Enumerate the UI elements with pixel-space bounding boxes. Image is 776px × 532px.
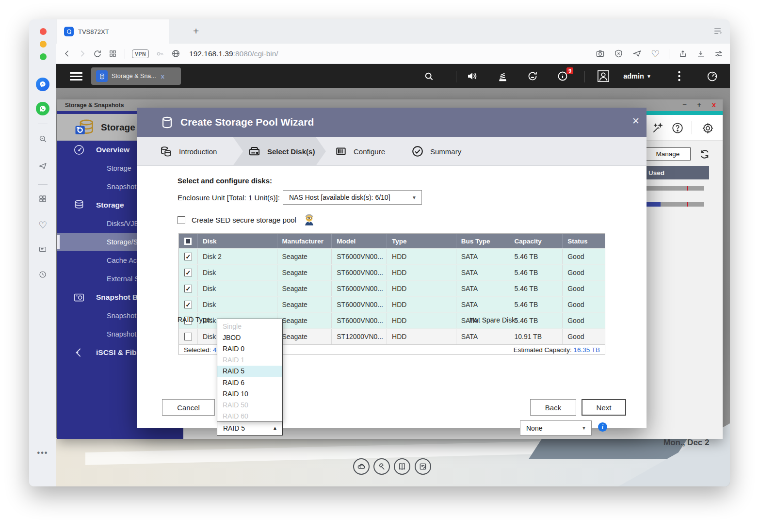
window-close-button[interactable]: x xyxy=(712,100,716,109)
step-select-disks[interactable]: Select Disk(s) xyxy=(248,137,315,166)
restart-icon[interactable] xyxy=(522,64,543,88)
raid-option-raid-10[interactable]: RAID 10 xyxy=(217,388,282,399)
refresh-icon[interactable] xyxy=(698,148,711,161)
enclosure-value: NAS Host [available disk(s): 6/10] xyxy=(289,193,390,201)
settings-sliders-icon[interactable] xyxy=(714,49,723,58)
cell-capacity: 5.46 TB xyxy=(509,265,562,280)
browser-tab-bar: TVS872XT + xyxy=(56,19,730,44)
row-checkbox[interactable] xyxy=(184,301,192,308)
selected-count: 4 xyxy=(213,346,217,354)
forward-icon[interactable] xyxy=(78,49,86,58)
volume-icon[interactable] xyxy=(461,64,483,88)
browser-tab[interactable]: TVS872XT xyxy=(57,19,169,44)
news-icon[interactable] xyxy=(36,242,49,256)
select-all-checkbox[interactable] xyxy=(179,234,197,248)
info-icon[interactable]: i xyxy=(598,422,607,432)
raid-option-raid-6[interactable]: RAID 6 xyxy=(217,377,282,388)
whatsapp-icon[interactable] xyxy=(36,102,49,115)
manage-button[interactable]: Manage xyxy=(645,147,691,161)
close-icon[interactable]: ✕ xyxy=(632,115,640,127)
url-text[interactable]: 192.168.1.39:8080/cgi-bin/ xyxy=(189,49,278,58)
background-tasks-icon[interactable] xyxy=(492,64,513,88)
messenger-icon[interactable] xyxy=(36,78,49,91)
search-icon[interactable] xyxy=(36,132,49,145)
browser-window: ♡ ••• TVS872XT + xyxy=(29,19,730,486)
share-send-icon[interactable] xyxy=(632,49,642,58)
user-avatar-icon[interactable] xyxy=(594,64,613,88)
gear-icon[interactable] xyxy=(701,122,714,135)
cancel-button[interactable]: Cancel xyxy=(162,399,215,416)
close-app-tab-icon[interactable]: x xyxy=(161,73,164,80)
help-icon[interactable] xyxy=(671,122,684,134)
column-header[interactable]: Model xyxy=(331,234,387,248)
raid-option-raid-0[interactable]: RAID 0 xyxy=(217,343,282,354)
traffic-light-close[interactable] xyxy=(40,28,47,35)
cell-disk: Disk xyxy=(197,297,277,312)
send-icon[interactable] xyxy=(36,159,49,173)
column-header[interactable]: Disk xyxy=(197,234,277,248)
notes-shortcut-icon[interactable] xyxy=(415,458,431,475)
more-menu-icon[interactable] xyxy=(671,64,687,88)
more-options-icon[interactable]: ••• xyxy=(36,446,49,460)
raid-option-raid-1: RAID 1 xyxy=(217,355,282,366)
upload-share-icon[interactable] xyxy=(679,49,687,58)
adblock-shield-icon[interactable] xyxy=(614,49,623,58)
download-icon[interactable] xyxy=(696,49,705,58)
new-tab-button[interactable]: + xyxy=(193,25,199,37)
notification-badge: 9 xyxy=(566,67,573,74)
history-clock-icon[interactable] xyxy=(36,268,49,281)
screen: ♡ ••• TVS872XT + xyxy=(0,0,776,532)
traffic-light-zoom[interactable] xyxy=(40,53,47,60)
window-minimize-button[interactable]: − xyxy=(682,100,687,109)
column-header[interactable]: Capacity xyxy=(509,234,562,248)
reload-icon[interactable] xyxy=(93,49,102,58)
sed-checkbox[interactable] xyxy=(178,216,185,224)
cloud-shortcut-icon[interactable] xyxy=(353,458,370,475)
main-menu-icon[interactable] xyxy=(70,70,82,82)
window-maximize-button[interactable]: + xyxy=(697,100,701,109)
notifications-info-icon[interactable]: 9 xyxy=(552,64,573,88)
qnap-open-app-tab[interactable]: Storage & Sna... x xyxy=(91,67,181,85)
next-button[interactable]: Next xyxy=(582,399,626,416)
row-checkbox[interactable] xyxy=(184,333,192,340)
screenshot-camera-icon[interactable] xyxy=(596,49,605,58)
row-checkbox-cell xyxy=(179,329,197,344)
hot-spare-select[interactable]: None ▼ xyxy=(520,420,592,435)
row-checkbox[interactable] xyxy=(184,253,192,260)
qnap-top-bar: Storage & Sna... x 9 admin▼ xyxy=(56,64,730,88)
back-button[interactable]: Back xyxy=(530,399,576,416)
extensions-grid-icon[interactable] xyxy=(109,49,117,58)
column-header[interactable]: Manufacturer xyxy=(277,234,332,248)
admin-menu[interactable]: admin▼ xyxy=(618,64,657,88)
step-introduction[interactable]: Introduction xyxy=(160,137,217,166)
row-checkbox[interactable] xyxy=(184,269,192,276)
wizard-steps-bar: Introduction Select Disk(s) Configure xyxy=(137,137,647,166)
book-shortcut-icon[interactable] xyxy=(394,458,410,475)
step-configure[interactable]: Configure xyxy=(335,137,385,166)
dashboard-gauge-icon[interactable] xyxy=(701,64,723,88)
column-header[interactable]: Status xyxy=(562,234,605,248)
apps-grid-icon[interactable] xyxy=(36,192,49,206)
back-icon[interactable] xyxy=(63,49,71,58)
favorites-heart-icon[interactable]: ♡ xyxy=(36,218,49,232)
tools-shortcut-icon[interactable] xyxy=(373,458,390,475)
traffic-light-minimize[interactable] xyxy=(40,41,47,48)
raid-type-select[interactable]: RAID 5 ▲ xyxy=(217,420,283,435)
section-label: Select and configure disks: xyxy=(178,177,272,185)
cell-model: ST12000VN0... xyxy=(331,329,387,344)
raid-option-jbod[interactable]: JBOD xyxy=(217,332,282,343)
enclosure-select[interactable]: NAS Host [available disk(s): 6/10] ▼ xyxy=(283,190,422,205)
search-icon[interactable] xyxy=(419,64,438,88)
row-checkbox[interactable] xyxy=(184,285,192,292)
column-header[interactable]: Bus Type xyxy=(456,234,509,248)
raid-option-raid-5[interactable]: RAID 5 xyxy=(217,366,282,377)
dialog-header[interactable]: Create Storage Pool Wizard ✕ xyxy=(137,108,647,137)
tab-list-icon[interactable] xyxy=(713,27,722,35)
url-host: 192.168.1.39 xyxy=(189,49,233,58)
vpn-badge[interactable]: VPN xyxy=(132,49,149,58)
column-header[interactable]: Type xyxy=(387,234,456,248)
password-key-icon[interactable] xyxy=(156,49,164,58)
step-summary[interactable]: Summary xyxy=(411,137,461,166)
wizard-wand-icon[interactable] xyxy=(651,122,664,134)
bookmark-heart-icon[interactable]: ♡ xyxy=(651,48,660,60)
